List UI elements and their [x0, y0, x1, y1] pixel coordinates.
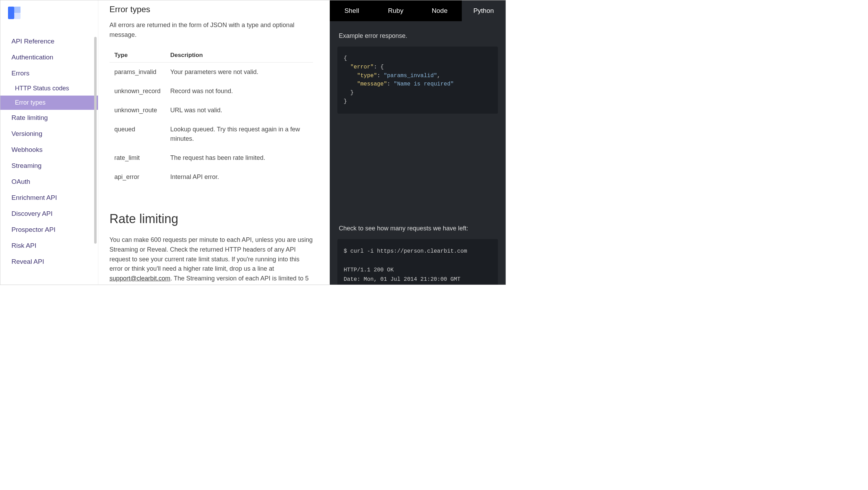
cell-desc: Record was not found. [165, 82, 313, 101]
error-types-title: Error types [109, 5, 313, 14]
cell-type: params_invalid [109, 62, 165, 82]
code-panel-body: Example error response. { "error": { "ty… [330, 21, 506, 285]
nav-discovery-api[interactable]: Discovery API [0, 206, 98, 222]
json-key: "type" [357, 73, 377, 79]
json-key: "error" [350, 64, 374, 70]
th-desc: Description [165, 48, 313, 63]
logo-icon[interactable] [8, 7, 21, 19]
cell-desc: URL was not valid. [165, 101, 313, 120]
tab-python[interactable]: Python [462, 0, 506, 21]
table-row: unknown_recordRecord was not found. [109, 82, 313, 101]
logo-area [0, 0, 98, 33]
nav-api-reference[interactable]: API Reference [0, 33, 98, 49]
error-types-table: Type Description params_invalidYour para… [109, 48, 313, 187]
table-row: params_invalidYour parameters were not v… [109, 62, 313, 82]
rate-limiting-pre: You can make 600 requests per minute to … [109, 236, 313, 272]
svg-rect-0 [8, 7, 14, 19]
json-val: "Name is required" [394, 81, 454, 87]
nav-webhooks[interactable]: Webhooks [0, 142, 98, 158]
table-row: api_errorInternal API error. [109, 168, 313, 187]
nav-authentication[interactable]: Authentication [0, 49, 98, 65]
table-row: queuedLookup queued. Try this request ag… [109, 120, 313, 148]
lang-tabs: Shell Ruby Node Python [330, 0, 506, 21]
code-caption-1: Example error response. [339, 32, 497, 40]
rate-limiting-desc: You can make 600 requests per minute to … [109, 235, 313, 285]
svg-rect-2 [14, 13, 21, 19]
sidebar-scrollbar[interactable] [94, 37, 97, 244]
sidebar: API Reference Authentication Errors HTTP… [0, 0, 98, 285]
cell-desc: Your parameters were not valid. [165, 62, 313, 82]
code-block-json: { "error": { "type": "params_invalid", "… [337, 47, 498, 114]
table-row: unknown_routeURL was not valid. [109, 101, 313, 120]
th-type: Type [109, 48, 165, 63]
nav-error-types[interactable]: Error types [0, 96, 98, 110]
nav-reveal-api[interactable]: Reveal API [0, 254, 98, 270]
rate-limiting-title: Rate limiting [109, 212, 313, 226]
tab-ruby[interactable]: Ruby [374, 0, 418, 21]
cell-desc: Lookup queued. Try this request again in… [165, 120, 313, 148]
cell-type: queued [109, 120, 165, 148]
nav-rate-limiting[interactable]: Rate limiting [0, 110, 98, 126]
code-panel: Shell Ruby Node Python Example error res… [330, 0, 506, 285]
nav-streaming[interactable]: Streaming [0, 158, 98, 174]
json-key: "message" [357, 81, 387, 87]
nav-errors[interactable]: Errors [0, 65, 98, 81]
nav-http-status-codes[interactable]: HTTP Status codes [0, 81, 98, 96]
nav-prospector-api[interactable]: Prospector API [0, 222, 98, 238]
cell-type: api_error [109, 168, 165, 187]
json-val: "params_invalid" [384, 73, 437, 79]
tab-node[interactable]: Node [418, 0, 462, 21]
table-header-row: Type Description [109, 48, 313, 63]
nav-risk-api[interactable]: Risk API [0, 238, 98, 254]
cell-desc: Internal API error. [165, 168, 313, 187]
nav-list: API Reference Authentication Errors HTTP… [0, 33, 98, 285]
tab-shell[interactable]: Shell [330, 0, 374, 21]
nav-oauth[interactable]: OAuth [0, 174, 98, 190]
main-content: Error types All errors are returned in t… [98, 0, 330, 285]
nav-versioning[interactable]: Versioning [0, 126, 98, 142]
nav-enrichment-api[interactable]: Enrichment API [0, 190, 98, 206]
cell-desc: The request has been rate limited. [165, 148, 313, 168]
code-block-curl: $ curl -i https://person.clearbit.com HT… [337, 239, 498, 285]
error-types-desc: All errors are returned in the form of J… [109, 21, 313, 40]
cell-type: unknown_route [109, 101, 165, 120]
code-caption-2: Check to see how many requests we have l… [339, 225, 497, 232]
cell-type: unknown_record [109, 82, 165, 101]
support-email-link[interactable]: support@clearbit.com [109, 275, 170, 282]
svg-rect-1 [14, 7, 21, 13]
cell-type: rate_limit [109, 148, 165, 168]
table-row: rate_limitThe request has been rate limi… [109, 148, 313, 168]
